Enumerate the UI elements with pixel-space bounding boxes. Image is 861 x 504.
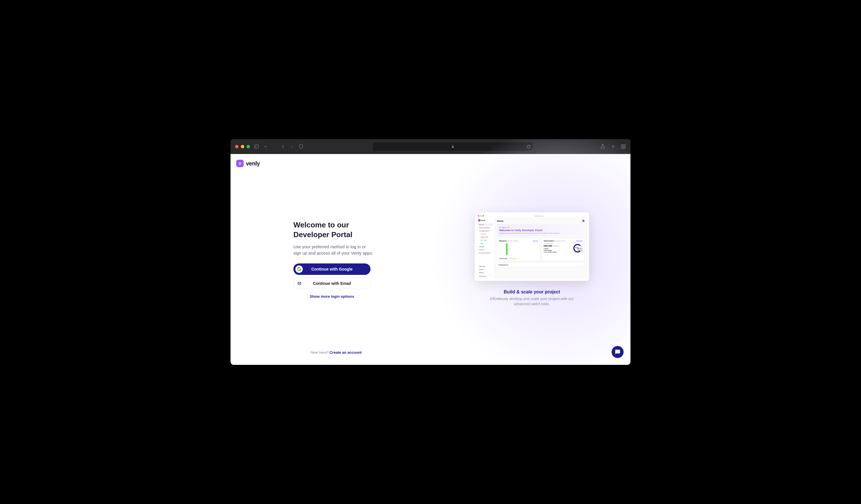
continue-with-email-button[interactable]: Continue with Email	[293, 278, 370, 289]
browser-window: v venly Welcome to our Developer Portal …	[231, 139, 630, 365]
page-content: v venly Welcome to our Developer Portal …	[231, 154, 630, 365]
logo-text: venly	[246, 160, 260, 167]
lock-icon	[451, 145, 454, 148]
promo-panel: portal.venly.io venly Home Authenticatio…	[451, 154, 630, 365]
logo-mark-icon: v	[236, 160, 244, 167]
shield-icon[interactable]	[299, 144, 304, 149]
new-here-text: New here?	[311, 350, 329, 355]
chat-support-button[interactable]	[612, 346, 624, 358]
close-window-button[interactable]	[235, 145, 238, 148]
create-account-link[interactable]: Create an account	[329, 350, 362, 355]
maximize-window-button[interactable]	[247, 145, 250, 148]
forward-button[interactable]	[289, 144, 295, 149]
heading-line-2: Developer Portal	[293, 230, 353, 239]
heading-line-1: Welcome to our	[293, 221, 349, 229]
google-icon	[296, 265, 303, 273]
promo-title: Build & scale your project	[504, 289, 560, 295]
show-more-login-options-link[interactable]: Show more login options	[293, 294, 370, 299]
google-button-label: Continue with Google	[311, 267, 353, 271]
svg-rect-0	[255, 145, 259, 148]
back-button[interactable]	[280, 144, 285, 149]
signup-prompt: New here? Create an account	[311, 350, 362, 355]
promo-subtitle: Effortlessly develop and scale your proj…	[489, 296, 575, 307]
page-heading: Welcome to our Developer Portal	[293, 220, 451, 240]
login-panel: Welcome to our Developer Portal Use your…	[231, 154, 451, 365]
svg-rect-2	[452, 147, 454, 148]
minimize-window-button[interactable]	[241, 145, 244, 148]
chat-icon	[615, 349, 620, 355]
chevron-down-icon[interactable]	[263, 144, 268, 149]
traffic-lights	[235, 145, 250, 148]
email-icon	[296, 280, 303, 287]
dashboard-preview-image: portal.venly.io venly Home Authenticatio…	[475, 212, 589, 281]
venly-logo[interactable]: v venly	[236, 160, 260, 167]
continue-with-google-button[interactable]: Continue with Google	[293, 263, 370, 275]
email-button-label: Continue with Email	[313, 281, 351, 286]
page-subtitle: Use your preferred method to log in or s…	[293, 244, 373, 257]
sidebar-toggle-icon[interactable]	[254, 144, 259, 149]
